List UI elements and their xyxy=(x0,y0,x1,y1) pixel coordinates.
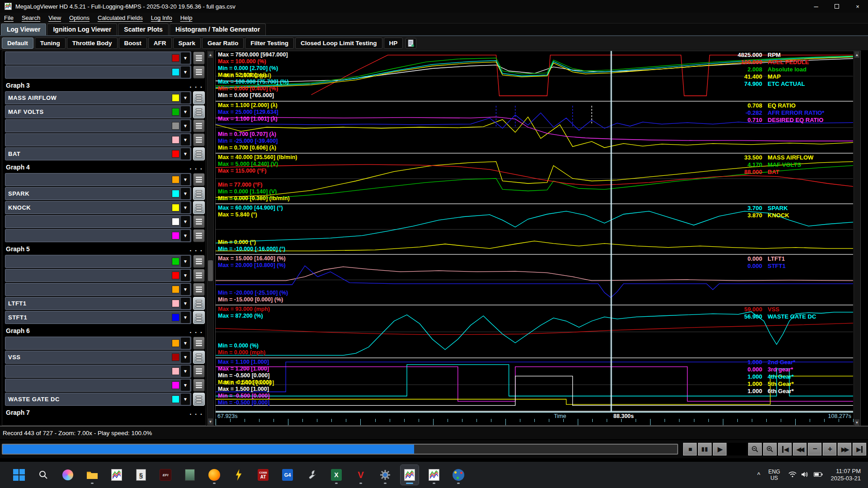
channel-color-swatch[interactable] xyxy=(172,150,179,158)
g4-app-icon[interactable]: G4 xyxy=(278,465,297,485)
channel-color-swatch[interactable] xyxy=(172,314,179,321)
time-cursor[interactable] xyxy=(611,51,612,412)
excel-icon[interactable]: X xyxy=(327,465,345,485)
chevron-down-icon[interactable]: ▼ xyxy=(181,202,190,213)
speed-down-button[interactable]: − xyxy=(808,443,821,455)
chevron-down-icon[interactable]: ▼ xyxy=(181,174,190,185)
chevron-down-icon[interactable]: ▼ xyxy=(181,352,190,363)
channel-menu-button[interactable] xyxy=(193,119,205,132)
channel-color-swatch[interactable] xyxy=(172,190,179,197)
channel-menu-button[interactable] xyxy=(193,283,205,296)
channel-color-swatch[interactable] xyxy=(172,54,179,62)
channel-menu-button[interactable] xyxy=(193,215,205,228)
subtab-hp[interactable]: HP xyxy=(384,38,403,49)
menu-item-options[interactable]: Options xyxy=(65,14,94,22)
channel-color-swatch[interactable] xyxy=(172,286,179,293)
chevron-down-icon[interactable]: ▼ xyxy=(181,338,190,349)
menu-item-search[interactable]: Search xyxy=(18,14,44,22)
cobb-accessport-icon[interactable]: COBBAT xyxy=(254,465,272,485)
subtab-filter-testing[interactable]: Filter Testing xyxy=(245,38,294,49)
channel-select[interactable]: ▼ xyxy=(5,66,191,79)
zoom-out-button[interactable] xyxy=(748,443,762,455)
channel-menu-button[interactable] xyxy=(193,187,205,200)
close-button[interactable]: × xyxy=(847,0,868,13)
chevron-down-icon[interactable]: ▼ xyxy=(181,134,190,145)
channel-menu-button[interactable] xyxy=(193,255,205,268)
channel-select[interactable]: ▼ xyxy=(5,215,191,228)
channel-select[interactable]: SPARK▼ xyxy=(5,187,191,200)
menu-item-log-info[interactable]: Log Info xyxy=(147,14,176,22)
channel-menu-button[interactable] xyxy=(193,379,205,392)
chevron-down-icon[interactable]: ▼ xyxy=(181,120,190,131)
channel-color-swatch[interactable] xyxy=(172,94,179,102)
v-app-icon[interactable]: V xyxy=(352,465,370,485)
channel-menu-button[interactable] xyxy=(193,173,205,186)
subtab-throttle-body[interactable]: Throttle Body xyxy=(67,38,118,49)
maximize-button[interactable] xyxy=(826,0,847,13)
channel-select[interactable]: VSS▼ xyxy=(5,351,191,364)
channel-menu-button[interactable] xyxy=(193,133,205,146)
start-button[interactable] xyxy=(10,465,28,485)
channel-select[interactable]: ▼ xyxy=(5,229,191,242)
channel-color-swatch[interactable] xyxy=(172,272,179,279)
battery-icon[interactable] xyxy=(814,472,823,479)
graph-panel-3[interactable]: Max = 40.000 [35.560] (lb/min)Max = 5.00… xyxy=(216,154,853,204)
chevron-down-icon[interactable]: ▼ xyxy=(181,270,190,281)
channel-select[interactable]: BAT▼ xyxy=(5,147,191,160)
graph-panel-4[interactable]: Max = 60.000 [44.900] (°)Max = 5.840 (°)… xyxy=(216,204,853,255)
channel-menu-button[interactable] xyxy=(193,229,205,242)
tunerstudio-icon[interactable]: § xyxy=(132,465,150,485)
channel-color-swatch[interactable] xyxy=(172,381,179,389)
efi-app-icon[interactable]: EFI xyxy=(156,465,175,485)
tab-histogram-table-generator[interactable]: Histogram / Table Generator xyxy=(170,23,266,35)
file-explorer-icon[interactable] xyxy=(83,465,101,485)
channel-color-swatch[interactable] xyxy=(172,136,179,144)
channel-select[interactable]: MAF VOLTS▼ xyxy=(5,105,191,118)
speed-up-button[interactable]: + xyxy=(823,443,836,455)
channel-select[interactable]: LTFT1▼ xyxy=(5,297,191,310)
channel-select[interactable]: ▼ xyxy=(5,337,191,350)
graph-panel-6[interactable]: Max = 93.000 (mph)Max = 87.200 (%)Min = … xyxy=(216,305,853,358)
subtab-tuning[interactable]: Tuning xyxy=(35,38,66,49)
tab-ignition-log-viewer[interactable]: Ignition Log Viewer xyxy=(47,23,117,35)
wrench-app-icon[interactable] xyxy=(303,465,321,485)
chevron-down-icon[interactable]: ▼ xyxy=(181,148,190,160)
megalogviewer-2-icon[interactable] xyxy=(425,465,443,485)
skip-start-button[interactable]: ◀ xyxy=(778,443,792,455)
taskbar-clock[interactable]: 11:07 PM 2025-03-21 xyxy=(831,468,861,482)
green-app-icon[interactable] xyxy=(181,465,199,485)
channel-color-swatch[interactable] xyxy=(172,367,179,375)
playback-progress[interactable] xyxy=(2,444,678,455)
settings-icon[interactable] xyxy=(376,465,394,485)
play-button[interactable]: ▶ xyxy=(713,443,726,455)
chart-scrollbar[interactable]: ▲ ▼ xyxy=(854,51,860,426)
megalogviewer-icon[interactable] xyxy=(401,465,419,485)
channel-color-swatch[interactable] xyxy=(172,353,179,361)
chevron-down-icon[interactable]: ▼ xyxy=(181,394,190,405)
sidebar-scrollbar-thumb[interactable] xyxy=(208,260,213,281)
scroll-up-icon[interactable]: ▲ xyxy=(854,52,859,58)
menu-item-calculated-fields[interactable]: Calculated Fields xyxy=(94,14,147,22)
channel-select[interactable]: ▼ xyxy=(5,255,191,268)
skip-end-button[interactable]: ▶ xyxy=(853,443,866,455)
scroll-up-icon[interactable]: ▲ xyxy=(208,52,213,58)
volume-icon[interactable] xyxy=(801,471,809,479)
channel-color-swatch[interactable] xyxy=(172,204,179,211)
channel-color-swatch[interactable] xyxy=(172,339,179,347)
channel-select[interactable]: ▼ xyxy=(5,133,191,146)
chevron-down-icon[interactable]: ▼ xyxy=(181,256,190,267)
channel-color-swatch[interactable] xyxy=(172,108,179,116)
channel-menu-button[interactable] xyxy=(193,105,205,118)
graph-panel-5[interactable]: Max = 15.000 [16.400] (%)Max = 20.000 [1… xyxy=(216,255,853,305)
chevron-down-icon[interactable]: ▼ xyxy=(181,312,190,323)
paint-icon[interactable] xyxy=(449,465,467,485)
wifi-icon[interactable] xyxy=(788,471,797,479)
report-icon[interactable] xyxy=(406,38,416,49)
channel-color-swatch[interactable] xyxy=(172,68,179,76)
channel-select[interactable]: ▼ xyxy=(5,283,191,296)
graph-panel-7[interactable]: Max = 1.100 [1.000]Max = 1.200 [1.000]Mi… xyxy=(216,358,853,412)
chevron-down-icon[interactable]: ▼ xyxy=(181,298,190,309)
pause-button[interactable]: ▮▮ xyxy=(698,443,712,455)
channel-color-swatch[interactable] xyxy=(172,232,179,239)
channel-color-swatch[interactable] xyxy=(172,300,179,307)
